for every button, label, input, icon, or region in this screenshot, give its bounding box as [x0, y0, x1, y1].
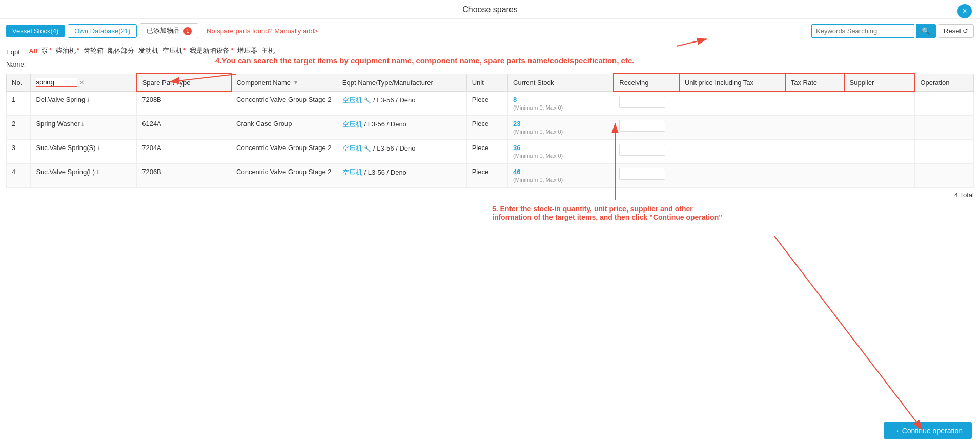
receiving-input[interactable]	[619, 144, 665, 156]
filter-section: Eqpt Name: All 泵 柴油机 齿轮箱 船体部分 发动机 空压机 我是…	[0, 43, 980, 73]
vessel-stock-tab[interactable]: Vessel Stock(4)	[6, 25, 65, 37]
cell-receiving[interactable]	[614, 115, 679, 139]
footer: → Continue operation	[0, 416, 980, 445]
cell-type: 6124A	[137, 115, 231, 139]
cell-no: 3	[7, 139, 31, 163]
reset-button[interactable]: Reset ↺	[938, 24, 974, 38]
cell-unit-price	[679, 91, 785, 115]
cell-receiving[interactable]	[614, 163, 679, 187]
cell-no: 1	[7, 91, 31, 115]
table-row: 4 Suc.Valve Spring(L) ℹ 7206B Concentric…	[7, 163, 974, 187]
info-icon[interactable]: ℹ	[97, 169, 99, 175]
close-button[interactable]: ×	[957, 4, 972, 18]
total-count: 4 Total	[0, 188, 980, 202]
cell-component: Crank Case Group	[231, 115, 337, 139]
receiving-input[interactable]	[619, 120, 665, 132]
cell-stock: 36(Minimum 0; Max 0)	[508, 139, 614, 163]
filter-engine[interactable]: 发动机	[138, 46, 158, 55]
cell-unit: Piece	[466, 115, 507, 139]
cell-type: 7206B	[137, 163, 231, 187]
cell-receiving[interactable]	[614, 91, 679, 115]
continue-button[interactable]: → Continue operation	[884, 422, 972, 439]
filter-main-engine[interactable]: 主机	[261, 46, 275, 55]
filter-turbo[interactable]: 增压器	[237, 46, 257, 55]
filter-aircomp[interactable]: 空压机	[162, 46, 186, 55]
spares-table: No. ✕ Spare Part Type Component Name ▼ E…	[6, 73, 974, 188]
col-no: No.	[7, 74, 31, 91]
toolbar: Vessel Stock(4) Own Database(21) 已添加物品 1…	[0, 19, 980, 43]
dialog-title: Choose spares	[462, 5, 518, 14]
table-row: 2 Spring Washer ℹ 6124A Crank Case Group…	[7, 115, 974, 139]
info-icon[interactable]: ℹ	[81, 121, 84, 127]
cell-eqpt: 空压机 🔧 / L3-56 / Deno	[337, 139, 466, 163]
cell-operation	[914, 115, 973, 139]
cell-name: Del.Valve Spring ℹ	[31, 91, 137, 115]
manually-add-link[interactable]: No spare parts found? Manually add>	[207, 27, 318, 35]
cell-name: Suc.Valve Spring(S) ℹ	[31, 139, 137, 163]
cell-stock: 46(Minimum 0; Max 0)	[508, 163, 614, 187]
table-container: No. ✕ Spare Part Type Component Name ▼ E…	[0, 73, 980, 188]
reset-icon: ↺	[963, 27, 968, 35]
info-icon[interactable]: ℹ	[97, 145, 99, 151]
added-items-tab[interactable]: 已添加物品 1	[140, 23, 198, 38]
cell-receiving[interactable]	[614, 139, 679, 163]
col-component: Component Name ▼	[231, 74, 337, 91]
col-eqpt: Eqpt Name/Type/Manufacturer	[337, 74, 466, 91]
col-tax-rate: Tax Rate	[785, 74, 844, 91]
col-supplier: Supplier	[844, 74, 915, 91]
cell-name: Suc.Valve Spring(L) ℹ	[31, 163, 137, 187]
cell-unit-price	[679, 139, 785, 163]
cell-supplier	[844, 115, 915, 139]
cell-tax-rate	[785, 91, 844, 115]
cell-supplier	[844, 163, 915, 187]
cell-no: 4	[7, 163, 31, 187]
col-unit: Unit	[466, 74, 507, 91]
table-row: 3 Suc.Valve Spring(S) ℹ 7204A Concentric…	[7, 139, 974, 163]
cell-unit: Piece	[466, 91, 507, 115]
receiving-input[interactable]	[619, 96, 665, 108]
cell-supplier	[844, 139, 915, 163]
cell-tax-rate	[785, 163, 844, 187]
cell-unit-price	[679, 115, 785, 139]
filter-hull[interactable]: 船体部分	[108, 46, 134, 55]
cell-component: Concentric Valve Group Stage 2	[231, 91, 337, 115]
col-receiving: Receiving	[614, 74, 679, 91]
col-stock: Current Stock	[508, 74, 614, 91]
cell-stock: 8(Minimum 0; Max 0)	[508, 91, 614, 115]
own-database-tab[interactable]: Own Database(21)	[68, 24, 137, 38]
cell-name: Spring Washer ℹ	[31, 115, 137, 139]
filter-tags: All 泵 柴油机 齿轮箱 船体部分 发动机 空压机 我是新增设备 增压器 主机	[29, 46, 275, 55]
dialog-header: Choose spares ×	[0, 0, 980, 19]
cell-component: Concentric Valve Group Stage 2	[231, 163, 337, 187]
search-button[interactable]: 🔍	[916, 24, 936, 38]
keywords-search-input[interactable]	[811, 24, 914, 38]
cell-operation	[914, 139, 973, 163]
cell-unit: Piece	[466, 163, 507, 187]
cell-eqpt: 空压机 / L3-56 / Deno	[337, 115, 466, 139]
cell-stock: 23(Minimum 0; Max 0)	[508, 115, 614, 139]
filter-new-equip[interactable]: 我是新增设备	[190, 46, 233, 55]
clear-search-icon[interactable]: ✕	[79, 79, 85, 87]
cell-operation	[914, 163, 973, 187]
col-unit-price: Unit price Including Tax	[679, 74, 785, 91]
filter-icon[interactable]: ▼	[293, 79, 299, 86]
filter-all[interactable]: All	[29, 47, 37, 55]
filter-label: Eqpt Name:	[6, 46, 26, 71]
table-row: 1 Del.Valve Spring ℹ 7208B Concentric Va…	[7, 91, 974, 115]
cell-type: 7208B	[137, 91, 231, 115]
search-area: 🔍 Reset ↺	[811, 24, 974, 38]
cell-unit-price	[679, 163, 785, 187]
col-operation: Operation	[914, 74, 973, 91]
cell-tax-rate	[785, 139, 844, 163]
receiving-input[interactable]	[619, 168, 665, 180]
filter-gearbox[interactable]: 齿轮箱	[84, 46, 104, 55]
cell-supplier	[844, 91, 915, 115]
filter-pump[interactable]: 泵	[42, 46, 52, 55]
col-spare-type: Spare Part Type	[137, 74, 231, 91]
cell-eqpt: 空压机 / L3-56 / Deno	[337, 163, 466, 187]
added-badge: 1	[183, 27, 192, 35]
spare-name-search[interactable]	[36, 78, 77, 87]
cell-unit: Piece	[466, 139, 507, 163]
info-icon[interactable]: ℹ	[87, 97, 89, 103]
filter-diesel[interactable]: 柴油机	[56, 46, 79, 55]
